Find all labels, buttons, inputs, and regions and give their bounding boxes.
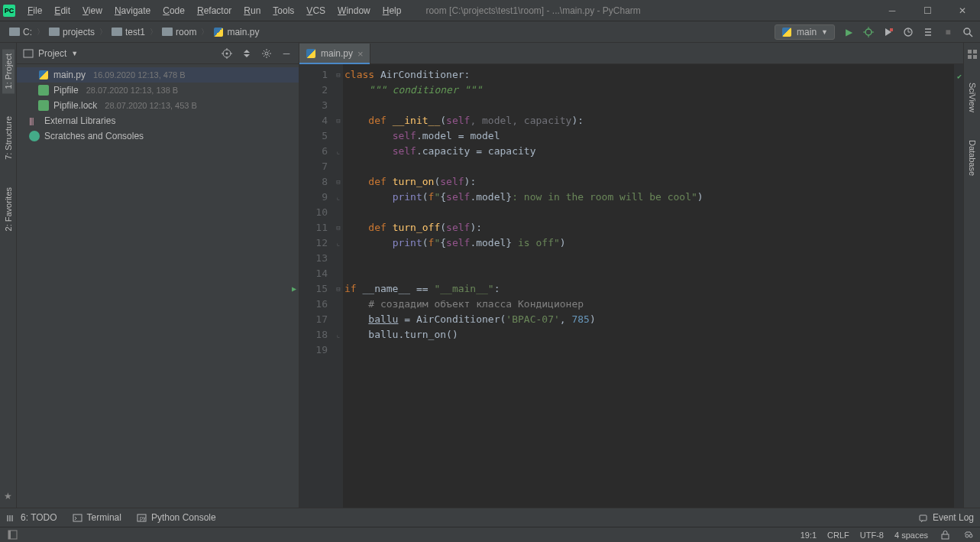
code-line[interactable] — [344, 342, 954, 358]
search-everywhere-button[interactable] — [962, 26, 974, 38]
menu-refactor[interactable]: Refactor — [191, 2, 238, 19]
tree-item[interactable]: External Libraries — [17, 113, 299, 128]
bottom-tab-terminal[interactable]: Terminal — [73, 512, 121, 523]
line-separator[interactable]: CRLF — [827, 531, 849, 540]
tool-tab-structure[interactable]: 7: Structure — [2, 112, 15, 164]
indent-info[interactable]: 4 spaces — [894, 531, 928, 540]
menu-window[interactable]: Window — [332, 2, 377, 19]
run-config-selector[interactable]: main ▼ — [775, 24, 835, 40]
code-line[interactable]: class AirConditioner: — [344, 67, 954, 83]
menu-view[interactable]: View — [76, 2, 108, 19]
minimize-button[interactable]: ─ — [875, 0, 910, 21]
code-line[interactable] — [344, 266, 954, 281]
project-tree[interactable]: main.py16.09.2020 12:13, 478 BPipfile28.… — [17, 64, 299, 147]
code-line[interactable] — [344, 205, 954, 220]
fold-marker[interactable] — [334, 297, 343, 312]
code-line[interactable]: self.capacity = capacity — [344, 144, 954, 159]
breadcrumb-item[interactable]: C: — [6, 25, 35, 39]
tree-item[interactable]: Scratches and Consoles — [17, 128, 299, 144]
fold-marker[interactable]: ⊟ — [334, 113, 343, 128]
fold-marker[interactable] — [334, 251, 343, 266]
breadcrumb-item[interactable]: projects — [46, 25, 98, 39]
chevron-down-icon[interactable]: ▼ — [71, 50, 78, 57]
code-area[interactable]: class AirConditioner: """ conditioner ""… — [343, 64, 954, 508]
code-line[interactable]: ballu = AirConditioner('BPAC-07', 785) — [344, 312, 954, 327]
breadcrumb-item[interactable]: main.py — [210, 25, 262, 39]
fold-marker[interactable] — [334, 159, 343, 174]
code-line[interactable] — [344, 251, 954, 266]
expand-all-icon[interactable] — [241, 47, 253, 60]
fold-marker[interactable]: ⌞ — [334, 144, 343, 159]
readonly-lock-icon[interactable] — [939, 529, 951, 541]
code-line[interactable]: def __init__(self, model, capacity): — [344, 113, 954, 128]
fold-marker[interactable]: ⊟ — [334, 174, 343, 190]
tool-tab-favorites[interactable]: 2: Favorites — [2, 183, 15, 235]
menu-run[interactable]: Run — [238, 2, 267, 19]
fold-marker[interactable] — [334, 83, 343, 98]
profile-button[interactable] — [902, 26, 914, 38]
run-button[interactable]: ▶ — [843, 26, 855, 38]
file-encoding[interactable]: UTF-8 — [860, 531, 884, 540]
fold-marker[interactable]: ⊟ — [334, 67, 343, 83]
menu-code[interactable]: Code — [157, 2, 191, 19]
editor[interactable]: 123456789101112131415▶16171819 ⊟⊟⌞⊟⌞⊟⌞⊟⌞… — [299, 64, 963, 508]
tool-windows-icon[interactable] — [6, 529, 18, 541]
fold-marker[interactable]: ⌞ — [334, 327, 343, 342]
code-line[interactable]: if __name__ == "__main__": — [344, 281, 954, 297]
tree-item[interactable]: Pipfile28.07.2020 12:13, 138 B — [17, 83, 299, 98]
tool-tab-project[interactable]: 1: Project — [2, 49, 15, 93]
fold-marker[interactable]: ⌞ — [334, 190, 343, 205]
event-log-button[interactable]: Event Log — [918, 512, 974, 523]
close-button[interactable]: ✕ — [945, 0, 980, 21]
code-line[interactable]: ballu.turn_on() — [344, 327, 954, 342]
stop-button[interactable]: ■ — [942, 26, 954, 38]
tool-tab-database[interactable]: Database — [966, 135, 978, 180]
code-line[interactable] — [344, 98, 954, 113]
code-line[interactable]: self.model = model — [344, 128, 954, 144]
locate-icon[interactable] — [221, 47, 233, 60]
tree-item[interactable]: main.py16.09.2020 12:13, 478 B — [17, 67, 299, 83]
fold-marker[interactable] — [334, 128, 343, 144]
menu-file[interactable]: File — [21, 2, 48, 19]
fold-marker[interactable] — [334, 266, 343, 281]
tree-item[interactable]: Pipfile.lock28.07.2020 12:13, 453 B — [17, 98, 299, 113]
maximize-button[interactable]: ☐ — [910, 0, 945, 21]
menu-vcs[interactable]: VCS — [300, 2, 332, 19]
menu-tools[interactable]: Tools — [267, 2, 300, 19]
menu-edit[interactable]: Edit — [48, 2, 76, 19]
editor-tab[interactable]: main.py × — [299, 44, 370, 63]
fold-marker[interactable] — [334, 312, 343, 327]
fold-marker[interactable] — [334, 205, 343, 220]
code-line[interactable]: def turn_on(self): — [344, 174, 954, 190]
attach-button[interactable] — [922, 26, 934, 38]
fold-marker[interactable] — [334, 98, 343, 113]
bottom-tab-pythonconsole[interactable]: pyPython Console — [137, 512, 216, 523]
fold-marker[interactable]: ⊟ — [334, 281, 343, 297]
gear-icon[interactable] — [260, 47, 273, 60]
fold-gutter[interactable]: ⊟⊟⌞⊟⌞⊟⌞⊟⌞ — [334, 64, 343, 508]
hide-panel-icon[interactable]: ─ — [280, 47, 293, 60]
menu-help[interactable]: Help — [377, 2, 408, 19]
close-tab-icon[interactable]: × — [357, 48, 364, 60]
grid-icon[interactable] — [967, 49, 978, 60]
fold-marker[interactable]: ⌞ — [334, 235, 343, 251]
breadcrumb-item[interactable]: room — [159, 25, 199, 39]
bottom-tab-todo[interactable]: 6: TODO — [6, 512, 57, 523]
fold-marker[interactable] — [334, 342, 343, 358]
code-line[interactable]: def turn_off(self): — [344, 220, 954, 235]
code-line[interactable]: print(f"{self.model}: now in the room wi… — [344, 190, 954, 205]
tool-tab-sciview[interactable]: SciView — [966, 78, 978, 117]
star-icon[interactable]: ★ — [4, 491, 12, 501]
run-coverage-button[interactable] — [882, 26, 894, 38]
caret-position[interactable]: 19:1 — [800, 531, 817, 540]
debug-button[interactable] — [862, 26, 875, 38]
code-line[interactable] — [344, 159, 954, 174]
code-line[interactable]: # создадим объект класса Кондиционер — [344, 297, 954, 312]
breadcrumb-item[interactable]: test1 — [108, 25, 148, 39]
code-line[interactable]: print(f"{self.model} is off") — [344, 235, 954, 251]
inspector-icon[interactable] — [962, 529, 974, 541]
code-line[interactable]: """ conditioner """ — [344, 83, 954, 98]
fold-marker[interactable]: ⊟ — [334, 220, 343, 235]
run-line-icon[interactable]: ▶ — [284, 281, 296, 297]
menu-navigate[interactable]: Navigate — [108, 2, 157, 19]
